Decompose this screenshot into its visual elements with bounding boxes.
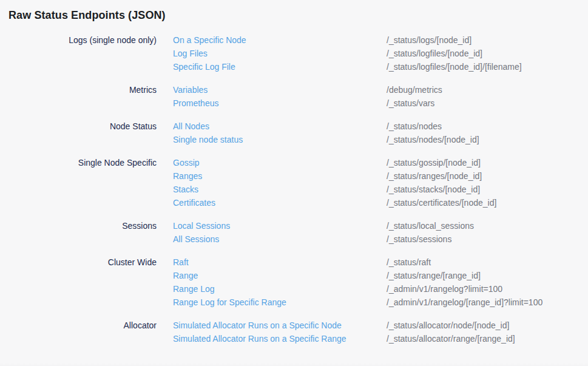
group-node-status: Node Status All Nodes /_status/nodes Sin… — [0, 120, 588, 146]
endpoint-path: /_status/nodes — [387, 120, 442, 133]
endpoint-row: Raft /_status/raft — [173, 256, 588, 269]
endpoint-row: Range /_status/range/[range_id] — [173, 269, 588, 282]
endpoint-path: /_status/allocator/node/[node_id] — [387, 319, 509, 332]
group-rows: On a Specific Node /_status/logs/[node_i… — [173, 33, 588, 73]
endpoint-link[interactable]: Log Files — [173, 47, 387, 60]
endpoint-row: Specific Log File /_status/logfiles/[nod… — [173, 60, 588, 73]
group-rows: Raft /_status/raft Range /_status/range/… — [173, 256, 588, 309]
endpoint-link[interactable]: Simulated Allocator Runs on a Specific R… — [173, 332, 387, 345]
endpoint-path: /_status/vars — [387, 97, 434, 110]
endpoint-path: /_status/sessions — [387, 232, 451, 246]
endpoint-path: /_status/logs/[node_id] — [387, 33, 471, 47]
endpoint-path: /_admin/v1/rangelog/[range_id]?limit=100 — [387, 296, 542, 309]
endpoint-path: /_status/gossip/[node_id] — [387, 156, 481, 169]
endpoint-row: All Sessions /_status/sessions — [173, 232, 588, 246]
group-allocator: Allocator Simulated Allocator Runs on a … — [0, 319, 588, 345]
endpoint-groups: Logs (single node only) On a Specific No… — [0, 33, 588, 345]
endpoint-row: Single node status /_status/nodes/[node_… — [173, 133, 588, 146]
endpoint-row: Local Sessions /_status/local_sessions — [173, 219, 588, 232]
endpoint-path: /_admin/v1/rangelog?limit=100 — [387, 282, 502, 296]
endpoint-row: Prometheus /_status/vars — [173, 97, 588, 110]
endpoint-link[interactable]: Range Log — [173, 282, 387, 296]
endpoint-path: /_status/logfiles/[node_id] — [387, 47, 482, 60]
bottom-divider — [0, 363, 588, 366]
endpoint-path: /_status/allocator/range/[range_id] — [387, 332, 515, 345]
group-logs: Logs (single node only) On a Specific No… — [0, 33, 588, 73]
page-title: Raw Status Endpoints (JSON) — [8, 8, 588, 22]
endpoint-row: All Nodes /_status/nodes — [173, 120, 588, 133]
endpoint-row: Simulated Allocator Runs on a Specific R… — [173, 332, 588, 345]
group-rows: Gossip /_status/gossip/[node_id] Ranges … — [173, 156, 588, 209]
endpoint-path: /debug/metrics — [387, 83, 442, 97]
category-label: Node Status — [0, 120, 157, 133]
endpoint-link[interactable]: Specific Log File — [173, 60, 387, 73]
endpoint-row: On a Specific Node /_status/logs/[node_i… — [173, 33, 588, 47]
endpoint-path: /_status/raft — [387, 256, 431, 269]
endpoint-path: /_status/logfiles/[node_id]/[filename] — [387, 60, 522, 73]
category-label: Logs (single node only) — [0, 33, 157, 47]
endpoint-link[interactable]: Variables — [173, 83, 387, 97]
raw-status-endpoints-page: Raw Status Endpoints (JSON) Logs (single… — [0, 8, 588, 366]
endpoint-row: Certificates /_status/certificates/[node… — [173, 196, 588, 209]
endpoint-link[interactable]: Ranges — [173, 169, 387, 183]
endpoint-path: /_status/range/[range_id] — [387, 269, 481, 282]
endpoint-link[interactable]: On a Specific Node — [173, 33, 387, 47]
group-cluster-wide: Cluster Wide Raft /_status/raft Range /_… — [0, 256, 588, 309]
group-rows: Simulated Allocator Runs on a Specific N… — [173, 319, 588, 345]
endpoint-link[interactable]: Stacks — [173, 183, 387, 196]
group-single-node-specific: Single Node Specific Gossip /_status/gos… — [0, 156, 588, 209]
endpoint-link[interactable]: Range Log for Specific Range — [173, 296, 387, 309]
category-label: Allocator — [0, 319, 157, 332]
endpoint-path: /_status/stacks/[node_id] — [387, 183, 480, 196]
category-label: Metrics — [0, 83, 157, 97]
endpoint-link[interactable]: Simulated Allocator Runs on a Specific N… — [173, 319, 387, 332]
endpoint-link[interactable]: Prometheus — [173, 97, 387, 110]
endpoint-link[interactable]: Gossip — [173, 156, 387, 169]
endpoint-link[interactable]: Certificates — [173, 196, 387, 209]
group-metrics: Metrics Variables /debug/metrics Prometh… — [0, 83, 588, 110]
endpoint-link[interactable]: All Sessions — [173, 232, 387, 246]
endpoint-row: Log Files /_status/logfiles/[node_id] — [173, 47, 588, 60]
endpoint-link[interactable]: Local Sessions — [173, 219, 387, 232]
endpoint-link[interactable]: Raft — [173, 256, 387, 269]
endpoint-row: Simulated Allocator Runs on a Specific N… — [173, 319, 588, 332]
endpoint-row: Range Log for Specific Range /_admin/v1/… — [173, 296, 588, 309]
endpoint-link[interactable]: All Nodes — [173, 120, 387, 133]
group-rows: Local Sessions /_status/local_sessions A… — [173, 219, 588, 246]
endpoint-path: /_status/nodes/[node_id] — [387, 133, 479, 146]
endpoint-link[interactable]: Range — [173, 269, 387, 282]
endpoint-row: Stacks /_status/stacks/[node_id] — [173, 183, 588, 196]
group-sessions: Sessions Local Sessions /_status/local_s… — [0, 219, 588, 246]
category-label: Cluster Wide — [0, 256, 157, 269]
endpoint-row: Variables /debug/metrics — [173, 83, 588, 97]
endpoint-row: Ranges /_status/ranges/[node_id] — [173, 169, 588, 183]
group-rows: Variables /debug/metrics Prometheus /_st… — [173, 83, 588, 110]
endpoint-row: Range Log /_admin/v1/rangelog?limit=100 — [173, 282, 588, 296]
category-label: Sessions — [0, 219, 157, 232]
group-rows: All Nodes /_status/nodes Single node sta… — [173, 120, 588, 146]
endpoint-path: /_status/certificates/[node_id] — [387, 196, 496, 209]
category-label: Single Node Specific — [0, 156, 157, 169]
endpoint-path: /_status/local_sessions — [387, 219, 474, 232]
endpoint-link[interactable]: Single node status — [173, 133, 387, 146]
endpoint-row: Gossip /_status/gossip/[node_id] — [173, 156, 588, 169]
endpoint-path: /_status/ranges/[node_id] — [387, 169, 482, 183]
